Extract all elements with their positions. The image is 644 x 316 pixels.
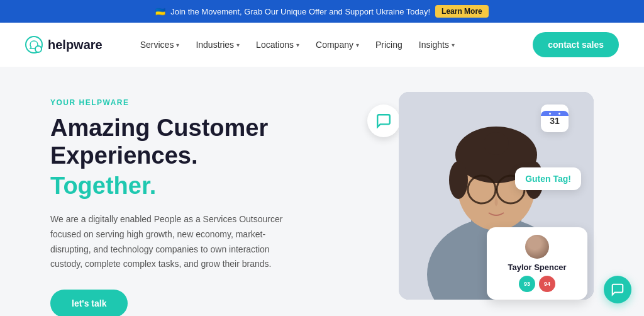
agent-stats: 93 94 [496,276,579,292]
logo-text: helpware [48,38,103,52]
chevron-down-icon: ▾ [176,42,179,48]
banner-emoji: 🇺🇦 [155,7,165,16]
nav-label-industries: Industries [196,40,234,50]
nav-item-locations[interactable]: Locations ▾ [250,35,306,55]
hero-section: YOUR HELPWARE Amazing Customer Experienc… [0,67,644,316]
nav-item-industries[interactable]: Industries ▾ [189,35,246,55]
hero-title: Amazing Customer Experiences. [50,115,330,169]
top-banner: 🇺🇦 Join the Movement, Grab Our Unique Of… [0,0,644,23]
cal-dot-1 [549,113,551,115]
chat-fab-button[interactable] [604,276,631,303]
nav-label-insights: Insights [419,40,449,50]
hero-label: YOUR HELPWARE [50,98,330,107]
hero-title-line2: Experiences. [50,142,197,169]
banner-text: Join the Movement, Grab Our Unique Offer… [170,7,430,16]
calendar-float: 31 [541,104,569,132]
chevron-down-icon: ▾ [236,42,240,48]
agent-card: Taylor Spencer 93 94 [487,227,587,300]
hero-description: We are a digitally enabled People as a S… [50,212,289,272]
nav-item-company[interactable]: Company ▾ [309,35,365,55]
chat-bubble-float [367,104,400,137]
calendar-date: 31 [550,116,560,126]
nav-item-insights[interactable]: Insights ▾ [413,35,461,55]
hero-content: YOUR HELPWARE Amazing Customer Experienc… [50,92,330,316]
svg-point-10 [484,132,509,155]
nav-label-locations: Locations [256,40,294,50]
chat-fab-icon [611,283,625,296]
contact-sales-button[interactable]: contact sales [533,32,619,57]
calendar-header [541,111,569,116]
agent-name: Taylor Spencer [496,262,579,272]
stat-badge-green: 93 [519,276,535,292]
hero-visual: 31 Guten Tag! Taylor Spencer 93 94 [355,92,594,306]
lets-talk-button[interactable]: let's talk [50,290,128,316]
learn-more-button[interactable]: Learn More [435,5,489,18]
chevron-down-icon: ▾ [296,42,299,48]
logo[interactable]: helpware [25,36,103,54]
nav-item-pricing[interactable]: Pricing [369,35,409,55]
hero-title-line1: Amazing Customer [50,115,268,141]
nav-item-services[interactable]: Services ▾ [134,35,186,55]
hero-title-highlight: Together. [50,172,330,201]
svg-point-5 [449,161,468,199]
agent-avatar [525,235,549,259]
nav-label-company: Company [316,40,353,50]
logo-icon [25,36,43,54]
stat-badge-red: 94 [539,276,555,292]
chat-icon [375,113,392,129]
nav-label-services: Services [140,40,174,50]
chevron-down-icon: ▾ [452,42,455,48]
guten-tag-bubble: Guten Tag! [515,167,581,190]
nav-links: Services ▾ Industries ▾ Locations ▾ Comp… [134,35,533,55]
chevron-down-icon: ▾ [356,42,359,48]
navbar: helpware Services ▾ Industries ▾ Locatio… [0,23,644,67]
agent-avatar-image [525,235,549,259]
cal-dot-2 [558,113,560,115]
nav-label-pricing: Pricing [375,40,402,50]
